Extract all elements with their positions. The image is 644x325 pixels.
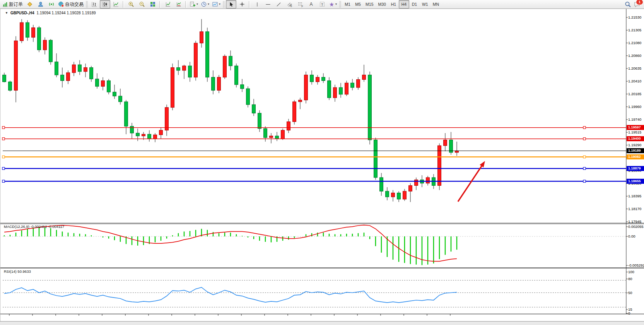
cursor-tool-button[interactable]: [226, 0, 236, 9]
equidistant-channel-tool-button[interactable]: E: [284, 0, 295, 9]
chat-button[interactable]: 1: [634, 1, 641, 8]
new-order-label: 新订单: [9, 1, 23, 8]
timeframe-button-h4[interactable]: H4: [399, 0, 409, 9]
dropdown-caret-icon: ▾: [219, 3, 220, 6]
rsi-scale-label: 80: [628, 277, 632, 281]
timeframe-button-mn[interactable]: MN: [430, 0, 441, 9]
candle-chart-button[interactable]: [100, 0, 110, 9]
line-chart-button[interactable]: [111, 0, 121, 9]
timeframe-label: M30: [377, 2, 387, 7]
chart-window[interactable]: ▼ GBPUSD-,H4 1.19094 1.19244 1.19028 1.1…: [0, 9, 644, 321]
toolbar-grip: [86, 1, 88, 8]
timeframe-label: M1: [343, 2, 352, 7]
arrows-tool-button[interactable]: ▾: [328, 0, 338, 9]
crosshair-tool-button[interactable]: [237, 0, 247, 9]
chart-dropdown-icon[interactable]: ▼: [5, 11, 8, 15]
text-label-icon: T: [319, 1, 325, 7]
fibonacci-icon: F: [297, 1, 304, 7]
timeframe-label: W1: [421, 2, 429, 7]
search-icon[interactable]: [625, 1, 631, 8]
timeframe-button-h1[interactable]: H1: [388, 0, 399, 9]
timeframe-label: M15: [364, 2, 374, 7]
signal-button[interactable]: [46, 0, 56, 9]
line-chart-icon: [113, 1, 119, 7]
trendline-tool-button[interactable]: [273, 0, 284, 9]
svg-text:E: E: [290, 5, 292, 7]
timeframe-button-m5[interactable]: M5: [353, 0, 363, 9]
add-indicator-icon: [190, 1, 196, 7]
equidistant-channel-icon: E: [287, 1, 293, 7]
toolbar-right: 1: [625, 1, 643, 8]
template-button[interactable]: ▾: [211, 0, 222, 9]
zoom-in-icon: [128, 1, 134, 7]
timeframe-button-m1[interactable]: M1: [342, 0, 353, 9]
macd-indicator-label: MACD(12,26,9) -0.002452 -0.004117: [4, 224, 64, 229]
rsi-scale-label: 0: [628, 311, 630, 315]
toolbar-separator: [185, 1, 187, 8]
price-axis-label: 1.21305: [628, 28, 641, 32]
timeframe-label: D1: [411, 2, 418, 7]
profile-button[interactable]: [35, 0, 46, 9]
autotrade-button[interactable]: 自动交易: [57, 0, 85, 9]
price-axis-label: 1.19290: [628, 143, 641, 147]
indicator-subwindow-icon: [176, 1, 182, 7]
price-axis-label: 1.19740: [628, 117, 641, 121]
market-watch-icon: [27, 1, 33, 7]
price-axis-label: 1.18170: [628, 207, 641, 211]
price-badge: 1.19597: [627, 125, 644, 130]
price-badge: 1.19400: [627, 136, 644, 141]
indicator-window-button[interactable]: [162, 0, 173, 9]
window-bottom-edge: [0, 321, 644, 325]
price-axis-label: 1.20860: [628, 53, 641, 58]
timeframe-label: H1: [390, 2, 397, 7]
rsi-scale-label: 50: [628, 291, 632, 295]
zoom-out-button[interactable]: [137, 0, 147, 9]
add-indicator-button[interactable]: ▾: [188, 0, 199, 9]
main-toolbar: 新订单 自动交易 ▾ ▾: [0, 0, 644, 9]
timeframe-button-w1[interactable]: W1: [420, 0, 430, 9]
autotrade-label: 自动交易: [65, 1, 84, 8]
horizontal-line-tool-button[interactable]: [263, 0, 273, 9]
price-badge: 1.19189: [627, 148, 644, 153]
toolbar-grip: [223, 1, 225, 8]
macd-scale-label: -0.005292: [628, 263, 644, 267]
cursor-icon: [228, 2, 234, 7]
tile-windows-icon: [150, 1, 156, 7]
price-axis-label: 1.19960: [628, 104, 641, 109]
autotrade-icon: [58, 1, 64, 7]
toolbar-separator: [159, 1, 161, 8]
timeframe-bar: M1M5M15M30H1H4D1W1MN: [342, 0, 441, 9]
fibonacci-tool-button[interactable]: F: [295, 0, 306, 9]
price-badge: 1.18879: [627, 166, 644, 171]
text-tool-button[interactable]: A: [306, 0, 316, 9]
chart-canvas[interactable]: [0, 9, 644, 325]
price-axis-label: 1.19515: [628, 130, 641, 134]
market-watch-button[interactable]: [24, 0, 35, 9]
zoom-in-button[interactable]: [126, 0, 136, 9]
tile-windows-button[interactable]: [147, 0, 158, 9]
chart-title: ▼ GBPUSD-,H4 1.19094 1.19244 1.19028 1.1…: [5, 11, 96, 15]
price-axis-label: 1.20185: [628, 92, 641, 96]
dropdown-caret-icon: ▾: [196, 3, 198, 6]
new-order-button[interactable]: 新订单: [1, 0, 24, 9]
new-order-icon: [2, 2, 8, 7]
indicator-subwindow-button[interactable]: [173, 0, 184, 9]
vertical-line-icon: [255, 2, 260, 7]
template-icon: [212, 1, 218, 7]
horizontal-line-icon: [265, 2, 271, 7]
clock-icon: [201, 1, 207, 7]
text-tool-icon: A: [310, 2, 313, 7]
svg-text:F: F: [301, 5, 303, 8]
timeframe-button-m30[interactable]: M30: [376, 0, 388, 9]
vertical-line-tool-button[interactable]: [252, 0, 262, 9]
text-label-tool-button[interactable]: T: [317, 0, 327, 9]
timeframe-button-d1[interactable]: D1: [409, 0, 420, 9]
bar-chart-button[interactable]: [89, 0, 99, 9]
price-badge: 1.19082: [627, 154, 644, 159]
toolbar-separator: [123, 1, 124, 8]
toolbar-separator: [249, 1, 250, 8]
indicator-window-icon: [165, 1, 171, 7]
candle-chart-icon: [102, 1, 108, 7]
timeframe-button-m15[interactable]: M15: [363, 0, 376, 9]
period-clock-button[interactable]: ▾: [200, 0, 210, 9]
